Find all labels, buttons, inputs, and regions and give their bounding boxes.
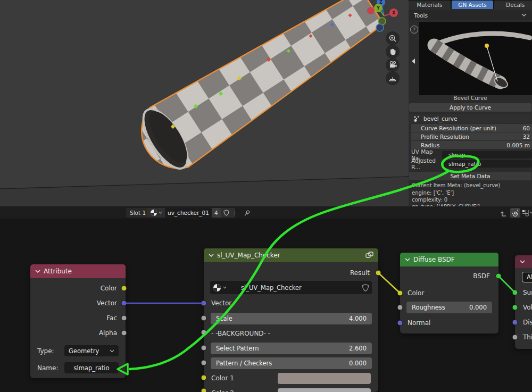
- checker-result-socket[interactable]: [376, 270, 381, 276]
- attribute-node[interactable]: Attribute Color Vector Fac Alpha Type: G…: [30, 264, 126, 378]
- node-title: Diffuse BSDF: [413, 256, 455, 263]
- checker-color2-socket[interactable]: [201, 388, 207, 392]
- group-material-selector[interactable]: sl_UV_Map_Checker: [210, 281, 372, 294]
- node-editor-header: Slot 1 uv_checker_01 4: [0, 206, 532, 219]
- parent-tree-icon[interactable]: [500, 210, 508, 216]
- material-users-count[interactable]: 4: [212, 208, 221, 218]
- checker-background-socket[interactable]: [201, 330, 207, 336]
- checker-select-pattern-socket[interactable]: [201, 345, 207, 351]
- color2-swatch[interactable]: [278, 388, 371, 392]
- gizmo-y-label: Y: [376, 6, 380, 11]
- grid-dome-icon: [388, 74, 397, 82]
- collapse-left-icon[interactable]: [411, 58, 415, 64]
- type-label: Type:: [37, 347, 54, 355]
- attribute-node-header[interactable]: Attribute: [30, 264, 126, 278]
- attribute-fac-socket[interactable]: [121, 315, 127, 321]
- roughness-slider[interactable]: Roughness 0.000: [406, 302, 492, 313]
- input-volume-label: Volume: [523, 303, 532, 312]
- material-sphere-icon: [213, 283, 221, 292]
- checker-pattern-checkers-socket[interactable]: [201, 360, 207, 366]
- chevron-down-icon: [405, 258, 410, 262]
- checker-scale-socket[interactable]: [201, 315, 207, 321]
- preview-caption: Bevel Curve: [409, 95, 532, 102]
- slider-label: Pattern / Checkers: [216, 360, 272, 367]
- chevron-down-icon: [159, 211, 162, 214]
- 3d-viewport[interactable]: Z Y X: [0, 0, 409, 206]
- set-meta-data-button[interactable]: Set Meta Data: [409, 172, 531, 180]
- attribute-vector-socket[interactable]: [121, 301, 127, 306]
- chevron-down-icon: [110, 349, 114, 353]
- uv-map-checker-node[interactable]: sl_UV_Map_Checker Result sl_UV_Map_Check…: [204, 248, 378, 392]
- node-group-icon[interactable]: [365, 252, 373, 259]
- material-name-field[interactable]: uv_checker_01: [165, 208, 212, 218]
- output-target-select[interactable]: All: [522, 272, 532, 282]
- material-browse-button[interactable]: [210, 283, 229, 293]
- apply-to-curve-button[interactable]: Apply to Curve: [409, 103, 531, 112]
- output-node-header[interactable]: [515, 255, 532, 268]
- node-title: sl_UV_Map_Checker: [217, 252, 280, 259]
- tab-gn-assets[interactable]: GN Assets: [452, 1, 494, 9]
- diffuse-bsdf-node[interactable]: Diffuse BSDF BSDF Color Roughness 0.000 …: [400, 253, 498, 333]
- attribute-color-socket[interactable]: [121, 286, 127, 291]
- zoom-button[interactable]: [386, 31, 400, 45]
- output-thickness-socket[interactable]: [512, 335, 518, 340]
- tools-label: Tools: [414, 12, 428, 19]
- output-fac-label: Fac: [106, 314, 117, 322]
- select-pattern-slider[interactable]: Select Pattern 2.600: [211, 343, 372, 354]
- ground-plane: [0, 177, 409, 206]
- input-color1-label: Color 1: [211, 374, 234, 382]
- attribute-name-field[interactable]: slmap_ratio: [64, 362, 119, 373]
- node-title: Attribute: [44, 268, 72, 275]
- radius-row[interactable]: Radius 0.005 m: [411, 141, 532, 149]
- scale-slider[interactable]: Scale 4.000: [211, 313, 372, 324]
- toggle-grid-button[interactable]: [386, 71, 400, 85]
- meta-complexity: complexity: 0: [412, 197, 532, 204]
- copy-material-button[interactable]: [232, 208, 235, 218]
- color1-swatch[interactable]: [278, 373, 371, 384]
- help-icon[interactable]: ?: [410, 26, 418, 34]
- material-browse-button[interactable]: [147, 208, 165, 218]
- output-surface-socket[interactable]: [512, 290, 518, 296]
- bevel-curve-object[interactable]: [135, 0, 384, 175]
- adjusted-ratio-field[interactable]: slmap_ratio: [442, 160, 532, 168]
- pin-icon[interactable]: [243, 210, 251, 217]
- diffuse-bsdf-socket[interactable]: [496, 273, 502, 279]
- checker-color1-socket[interactable]: [201, 375, 207, 381]
- camera-view-button[interactable]: [386, 58, 400, 72]
- profile-resolution-row[interactable]: Profile Resolution 32: [411, 132, 532, 140]
- checker-vector-socket[interactable]: [201, 301, 207, 306]
- snapping-icon[interactable]: [522, 210, 529, 216]
- row-label: Radius: [421, 142, 439, 148]
- asset-preview-image[interactable]: [419, 22, 532, 95]
- slider-value: 0.000: [469, 304, 487, 311]
- diffuse-roughness-socket[interactable]: [397, 305, 403, 311]
- fake-user-button[interactable]: [359, 283, 372, 293]
- slider-value: 2.600: [349, 345, 367, 352]
- fake-user-button[interactable]: [221, 208, 232, 218]
- pattern-checkers-slider[interactable]: Pattern / Checkers 0.000: [211, 357, 372, 369]
- bevel-curve-subpanel-header[interactable]: bevel_curve: [409, 114, 531, 123]
- curve-resolution-row[interactable]: Curve Resolution (per unit) 60: [411, 124, 532, 132]
- pan-button[interactable]: [386, 45, 400, 59]
- diffuse-normal-socket[interactable]: [397, 320, 403, 326]
- shield-icon: [362, 283, 369, 292]
- diffuse-color-socket[interactable]: [397, 290, 403, 296]
- output-displacement-socket[interactable]: [512, 320, 518, 326]
- checker-node-header[interactable]: sl_UV_Map_Checker: [204, 248, 378, 262]
- preview-render: [419, 22, 532, 95]
- output-volume-socket[interactable]: [512, 305, 518, 311]
- chevron-down-icon: [223, 286, 227, 289]
- blender-window: Z Y X Materials GN Assets Decals: [0, 0, 532, 392]
- tab-decals[interactable]: Decals: [494, 1, 532, 9]
- attribute-alpha-socket[interactable]: [121, 330, 127, 336]
- diffuse-node-header[interactable]: Diffuse BSDF: [400, 253, 498, 266]
- chevron-down-icon[interactable]: [529, 211, 532, 214]
- output-color-label: Color: [101, 284, 117, 293]
- material-output-node[interactable]: All Surface Volume Displacement Thicknes…: [515, 255, 532, 349]
- attribute-type-select[interactable]: Geometry: [64, 345, 119, 356]
- tools-section-header[interactable]: Tools: [409, 10, 532, 20]
- chevron-down-icon: [520, 260, 525, 264]
- slow-node-toggle[interactable]: [510, 208, 520, 218]
- tab-materials[interactable]: Materials: [409, 1, 451, 9]
- uv-map-name-field[interactable]: slmap: [442, 151, 532, 159]
